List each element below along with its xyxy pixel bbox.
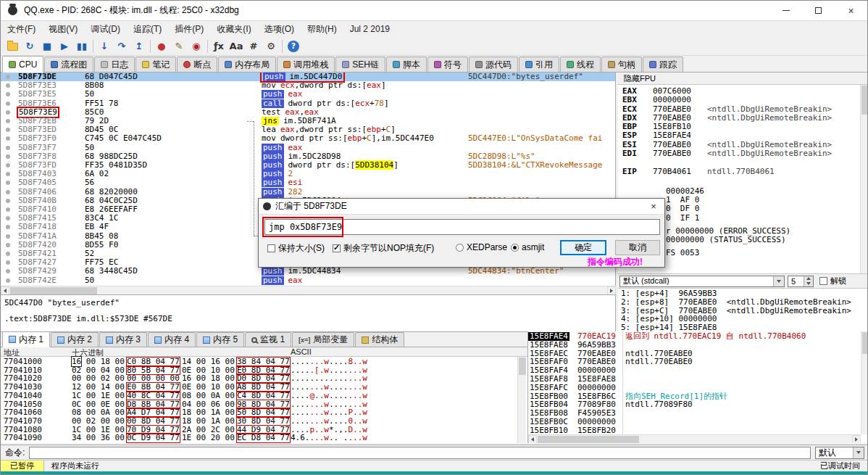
assemble-input[interactable]: jmp 0x5D8F73E9 (264, 219, 660, 235)
tab-跟踪[interactable]: 跟踪 (643, 57, 683, 72)
tab-SEH链[interactable]: SEH链 (335, 57, 385, 72)
tab-内存 3[interactable]: 内存 3 (99, 332, 147, 347)
ok-button[interactable]: 确定 (560, 240, 606, 255)
restart-button[interactable]: ↻ (21, 38, 38, 54)
tab-断点[interactable]: 断点 (177, 57, 217, 72)
stack-scrollbar[interactable] (861, 331, 868, 434)
tab-符号[interactable]: 符号 (427, 57, 468, 72)
scroll-thumb[interactable] (538, 436, 639, 443)
tab-CPU[interactable]: CPU (2, 56, 43, 73)
tab-监视 1[interactable]: 监视 1 (245, 332, 291, 347)
registers-scrollbar[interactable] (860, 85, 868, 273)
font-button[interactable]: Aa (228, 38, 245, 54)
dialog-close-button[interactable]: × (643, 201, 664, 212)
scroll-right-icon[interactable] (852, 435, 861, 443)
tab-局部变量[interactable]: [x=]局部变量 (292, 332, 354, 347)
dump-row[interactable]: 7704107000 02 00 0000 8D 04 7718 00 1A 0… (1, 417, 527, 426)
tab-流程图[interactable]: 流程图 (44, 57, 93, 72)
disasm-row[interactable]: 5D8F742E50pusheax (1, 276, 615, 285)
stack-args-pane[interactable]: 1: [esp+4] 96A59BB32: [esp+8] 770EABE0 <… (618, 288, 868, 331)
dump-scrollbar[interactable] (517, 357, 526, 443)
register-row[interactable] (618, 158, 868, 167)
tab-内存 2[interactable]: 内存 2 (51, 332, 99, 347)
menu-item-4[interactable]: 插件(P) (168, 21, 210, 37)
register-row[interactable]: EBX00000000 (618, 96, 868, 104)
register-row[interactable]: EIP770B4061ntdll.770B4061 (618, 168, 868, 176)
register-row[interactable]: EDI770EABE0<ntdll.DbgUiRemoteBreakin> (618, 149, 868, 158)
tab-笔记[interactable]: 笔记 (135, 57, 176, 72)
tab-内存布局[interactable]: 内存布局 (218, 57, 276, 72)
stop-button[interactable]: ■ (38, 38, 56, 54)
dialog-title-bar[interactable]: 汇编于 5D8F73DE × (259, 199, 664, 215)
maximize-button[interactable] (802, 1, 835, 21)
pause-button[interactable]: ▮▮ (73, 38, 91, 54)
settings-button[interactable]: ⚙ (262, 38, 280, 54)
patches-button[interactable]: ● (153, 38, 170, 54)
close-button[interactable]: × (835, 1, 867, 21)
menu-item-2[interactable]: 调试(D) (84, 21, 127, 37)
stack-pane[interactable]: 15E8FAE4770EAC19返回到 ntdll.770EAC19 自 ntd… (527, 331, 868, 443)
disasm-h-scrollbar[interactable] (1, 286, 616, 294)
stack-arg-row[interactable]: 2: [esp+8] 770EABE0 <ntdll.DbgUiRemoteBr… (621, 298, 868, 307)
breakpoints-button[interactable]: ◉ (188, 38, 205, 54)
help-button[interactable]: ? (285, 38, 302, 54)
scroll-thumb[interactable] (10, 287, 97, 294)
disasm-row[interactable]: 5D8F73F0C745 0C E047C45Dmovdword ptr ss:… (1, 134, 615, 143)
stack-row[interactable]: 15E8FAFC00000000 (528, 384, 868, 392)
menu-item-1[interactable]: 视图(V) (42, 21, 84, 37)
disasm-row[interactable]: 5D8F742968 3448C45Dpushim.5DC448345DC448… (1, 267, 615, 276)
calling-convention-select[interactable]: 默认 (stdcall) (619, 276, 785, 287)
memory-dump-pane[interactable]: 地址 十六进制 ASCII 7704100016 00 18 00C0 8B 0… (1, 347, 527, 443)
execute-till-return-button[interactable]: ↥ (130, 38, 148, 54)
menu-item-0[interactable]: 文件(F) (1, 21, 42, 37)
unlock-checkbox[interactable]: 解锁 (819, 276, 846, 286)
menu-item-8[interactable]: Jul 2 2019 (343, 21, 396, 37)
step-over-button[interactable]: ↷ (113, 38, 130, 54)
hash-button[interactable]: # (245, 38, 262, 54)
hide-fpu-button[interactable]: 隐藏FPU (618, 73, 662, 84)
tab-结构体[interactable]: 结构体 (355, 332, 404, 347)
tab-调用堆栈[interactable]: 调用堆栈 (277, 57, 335, 72)
spinner-arrows-icon[interactable] (804, 276, 813, 286)
menu-item-6[interactable]: 选项(O) (258, 21, 301, 37)
tab-日志[interactable]: 日志 (94, 57, 135, 72)
scroll-thumb[interactable] (862, 332, 868, 354)
tab-引用[interactable]: 引用 (519, 57, 559, 72)
stack-row[interactable]: 15E8FAE896A59BB3 (528, 341, 868, 350)
scroll-left-icon[interactable] (528, 435, 537, 443)
register-row[interactable]: ESP15E8FAE4 (618, 131, 868, 140)
tab-内存 5[interactable]: 内存 5 (196, 332, 244, 347)
open-file-button[interactable] (4, 38, 21, 54)
menu-item-7[interactable]: 帮助(H) (301, 21, 343, 37)
run-button[interactable]: ▶ (56, 38, 73, 54)
dump-row[interactable]: 7704100016 00 18 00C0 8B 04 7714 00 16 0… (1, 358, 527, 366)
disasm-row[interactable]: 5D8F740556pushesi (1, 178, 615, 187)
tab-内存 4[interactable]: 内存 4 (148, 332, 196, 347)
command-input[interactable] (29, 447, 811, 459)
cancel-button[interactable]: 取消 (615, 240, 660, 255)
xedparse-radio[interactable]: XEDParse (456, 242, 507, 252)
command-profile-select[interactable]: 默认 (815, 447, 864, 459)
stack-row[interactable]: 15E8FB1015E8FB20 (528, 426, 868, 435)
stack-arg-row[interactable]: 5: [esp+14] 15E8FAE8 (621, 323, 868, 331)
tab-源代码[interactable]: 源代码 (469, 57, 518, 72)
step-into-button[interactable]: ↓ (96, 38, 113, 54)
dump-row[interactable]: 770410401C 00 1E 0040 8C 04 7708 00 0A 0… (1, 392, 527, 400)
scroll-thumb[interactable] (519, 358, 526, 375)
tab-句柄[interactable]: 句柄 (601, 57, 642, 72)
menu-item-5[interactable]: 收藏夹(I) (210, 21, 257, 37)
menu-item-3[interactable]: 追踪(T) (127, 21, 168, 37)
calculator-button[interactable]: ƒx (210, 38, 228, 54)
tab-线程[interactable]: 线程 (560, 57, 601, 72)
assemble-button[interactable]: ✎ (170, 38, 188, 54)
stack-h-scrollbar[interactable] (528, 434, 861, 443)
tab-内存 1[interactable]: 内存 1 (2, 331, 50, 347)
arg-count-spinner[interactable]: 5 (788, 276, 814, 287)
dump-row[interactable]: 7704109034 00 36 000C D9 04 771E 00 20 0… (1, 434, 527, 442)
scroll-thumb[interactable] (861, 86, 868, 115)
tab-脚本[interactable]: 脚本 (386, 57, 427, 72)
minimize-button[interactable] (769, 1, 802, 21)
nop-fill-checkbox[interactable]: 剩余字节以NOP填充(F) (333, 242, 434, 255)
keep-size-checkbox[interactable]: 保持大小(S) (267, 242, 325, 255)
asmjit-radio[interactable]: asmjit (511, 242, 544, 252)
